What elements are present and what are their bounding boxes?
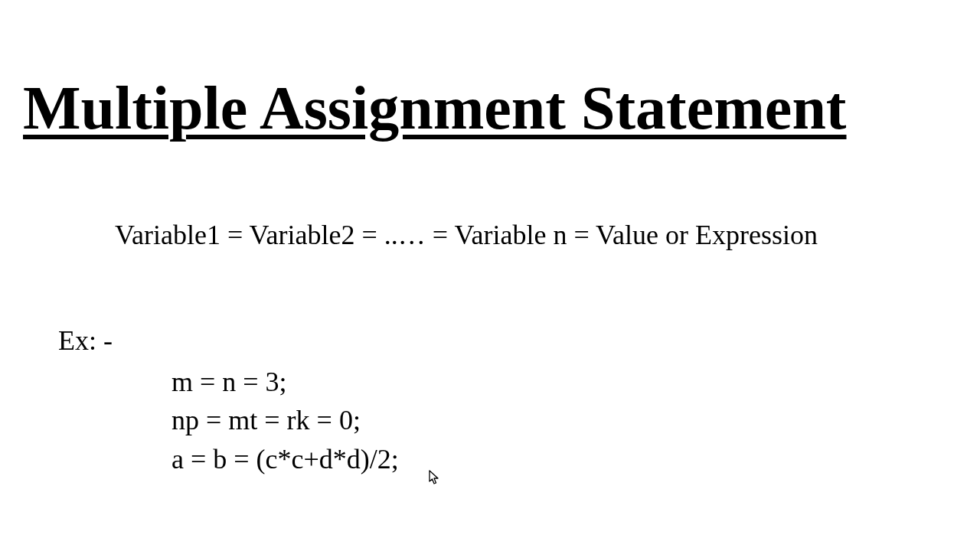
example-line-2: np = mt = rk = 0; (172, 401, 399, 439)
slide-title: Multiple Assignment Statement (23, 73, 847, 143)
mouse-cursor-icon (429, 470, 441, 485)
slide: Multiple Assignment Statement Variable1 … (0, 0, 980, 551)
example-label: Ex: - (58, 324, 113, 357)
example-block: m = n = 3; np = mt = rk = 0; a = b = (c*… (172, 363, 399, 478)
example-line-3: a = b = (c*c+d*d)/2; (172, 440, 399, 478)
example-line-1: m = n = 3; (172, 363, 399, 401)
syntax-line: Variable1 = Variable2 = ..… = Variable n… (115, 219, 818, 251)
